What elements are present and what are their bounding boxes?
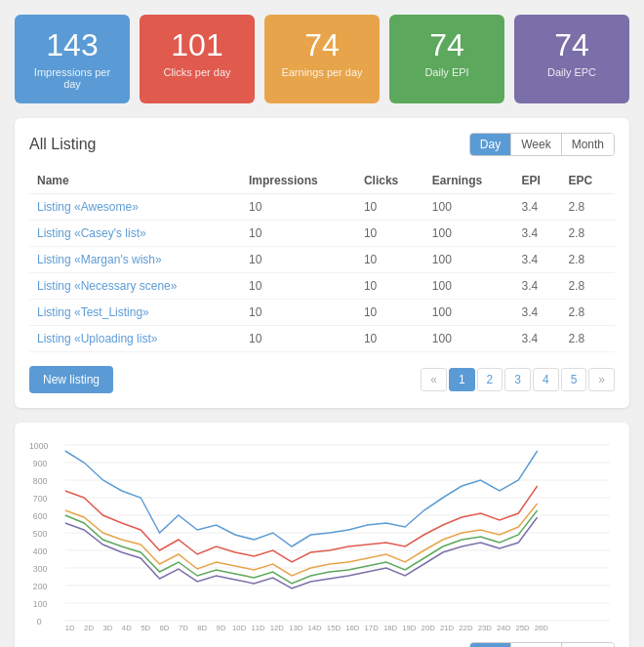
card-clicks: 101 Clicks per day (140, 15, 255, 103)
card-epi: 74 Daily EPI (389, 15, 504, 103)
svg-text:5D: 5D (141, 624, 150, 632)
table-row: Listing «Awesome»10101003.42.8 (29, 194, 615, 221)
card-epc: 74 Daily EPC (514, 15, 629, 103)
table-period-month[interactable]: Month (562, 134, 614, 155)
cell-r5-c0[interactable]: Listing «Uploading list» (29, 326, 241, 352)
table-footer: New listing « 1 2 3 4 5 » (29, 366, 615, 393)
svg-text:400: 400 (33, 546, 48, 556)
card-impressions-number: 143 (24, 28, 120, 62)
svg-text:9D: 9D (217, 624, 226, 632)
svg-text:15D: 15D (327, 624, 341, 632)
cell-r0-c0[interactable]: Listing «Awesome» (29, 194, 241, 221)
svg-text:600: 600 (33, 511, 48, 521)
svg-text:6D: 6D (160, 624, 170, 632)
svg-text:1D: 1D (65, 624, 75, 632)
table-period-group: Day Week Month (469, 133, 615, 156)
cell-r1-c4: 3.4 (513, 221, 560, 247)
page-prev[interactable]: « (421, 368, 447, 391)
chart-period-month[interactable]: Month (562, 643, 614, 647)
table-row: Listing «Margan's wish»10101003.42.8 (29, 247, 615, 273)
cell-r0-c2: 10 (356, 194, 424, 221)
new-listing-button[interactable]: New listing (29, 366, 113, 393)
listing-table: Name Impressions Clicks Earnings EPI EPC… (29, 168, 615, 352)
card-earnings-number: 74 (274, 28, 370, 62)
pagination: « 1 2 3 4 5 » (421, 368, 615, 391)
svg-text:0: 0 (37, 617, 42, 627)
chart-svg: 1000 900 800 700 600 500 400 300 200 100… (29, 437, 615, 632)
svg-text:24D: 24D (497, 624, 510, 632)
page-next[interactable]: » (588, 368, 615, 391)
svg-text:8D: 8D (197, 624, 207, 632)
page-1[interactable]: 1 (449, 368, 475, 391)
svg-text:23D: 23D (478, 624, 492, 632)
col-earnings: Earnings (424, 168, 514, 194)
cell-r1-c3: 100 (424, 221, 514, 247)
svg-text:3D: 3D (102, 624, 112, 632)
table-header-row: Name Impressions Clicks Earnings EPI EPC (29, 168, 615, 194)
card-epc-label: Daily EPC (524, 66, 620, 78)
cell-r3-c5: 2.8 (561, 273, 615, 300)
card-clicks-number: 101 (149, 28, 245, 62)
page-4[interactable]: 4 (533, 368, 559, 391)
svg-text:200: 200 (33, 582, 48, 591)
stats-cards: 143 Impressions per day 101 Clicks per d… (15, 15, 629, 103)
col-impressions: Impressions (241, 168, 356, 194)
table-panel-header: All Listing Day Week Month (29, 133, 615, 156)
cell-r3-c4: 3.4 (513, 273, 560, 300)
svg-text:25D: 25D (515, 624, 529, 632)
table-period-week[interactable]: Week (511, 134, 561, 155)
table-row: Listing «Necessary scene»10101003.42.8 (29, 273, 615, 300)
svg-text:100: 100 (33, 599, 48, 609)
cell-r4-c3: 100 (424, 300, 514, 326)
cell-r5-c1: 10 (241, 326, 356, 352)
svg-text:19D: 19D (402, 624, 416, 632)
chart-period-week[interactable]: Week (511, 643, 561, 647)
table-title: All Listing (29, 136, 96, 153)
card-epc-number: 74 (524, 28, 620, 62)
cell-r4-c1: 10 (241, 300, 356, 326)
svg-text:17D: 17D (365, 624, 379, 632)
col-epi: EPI (513, 168, 560, 194)
page-2[interactable]: 2 (477, 368, 503, 391)
col-name: Name (29, 168, 241, 194)
cell-r0-c5: 2.8 (561, 194, 615, 221)
svg-text:900: 900 (33, 459, 48, 468)
chart-footer: Impressions Clicks Earnings EPI EPC Day … (29, 642, 615, 647)
card-earnings-label: Earnings per day (274, 66, 370, 78)
card-impressions: 143 Impressions per day (15, 15, 130, 103)
svg-text:300: 300 (33, 564, 48, 574)
svg-text:20D: 20D (422, 624, 435, 632)
page-3[interactable]: 3 (504, 368, 531, 391)
card-clicks-label: Clicks per day (149, 66, 245, 78)
cell-r5-c2: 10 (356, 326, 424, 352)
cell-r5-c4: 3.4 (513, 326, 560, 352)
card-epi-number: 74 (399, 28, 495, 62)
svg-text:16D: 16D (345, 624, 359, 632)
svg-text:21D: 21D (440, 624, 454, 632)
cell-r3-c0[interactable]: Listing «Necessary scene» (29, 273, 241, 300)
svg-text:7D: 7D (179, 624, 188, 632)
svg-text:10D: 10D (232, 624, 246, 632)
svg-text:700: 700 (33, 494, 48, 504)
chart-panel: 1000 900 800 700 600 500 400 300 200 100… (15, 423, 629, 647)
table-row: Listing «Test_Listing»10101003.42.8 (29, 300, 615, 326)
svg-text:18D: 18D (383, 624, 397, 632)
chart-period-day[interactable]: Day (470, 643, 511, 647)
cell-r1-c0[interactable]: Listing «Casey's list» (29, 221, 241, 247)
cell-r2-c3: 100 (424, 247, 514, 273)
cell-r4-c0[interactable]: Listing «Test_Listing» (29, 300, 241, 326)
svg-text:11D: 11D (251, 624, 264, 632)
cell-r0-c4: 3.4 (513, 194, 560, 221)
cell-r2-c4: 3.4 (513, 247, 560, 273)
cell-r4-c4: 3.4 (513, 300, 560, 326)
svg-text:26D: 26D (535, 624, 548, 632)
page-5[interactable]: 5 (561, 368, 587, 391)
table-period-day[interactable]: Day (470, 134, 511, 155)
cell-r2-c0[interactable]: Listing «Margan's wish» (29, 247, 241, 273)
cell-r2-c1: 10 (241, 247, 356, 273)
svg-text:4D: 4D (122, 624, 132, 632)
chart-period-group: Day Week Month (469, 642, 615, 647)
svg-text:800: 800 (33, 476, 48, 486)
cell-r4-c2: 10 (356, 300, 424, 326)
svg-text:12D: 12D (270, 624, 284, 632)
